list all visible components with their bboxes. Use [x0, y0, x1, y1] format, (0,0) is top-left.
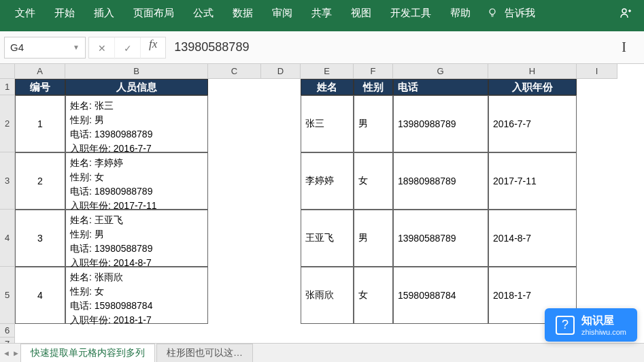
cell-H3[interactable]: 2017-7-11 [488, 152, 577, 210]
menu-view[interactable]: 视图 [341, 0, 381, 26]
row-header-1[interactable]: 1 [0, 79, 15, 95]
cell-F3[interactable]: 女 [354, 152, 393, 210]
menu-review[interactable]: 审阅 [262, 0, 302, 26]
cell-E4[interactable]: 王亚飞 [301, 210, 354, 267]
watermark-sub: zhishiwu.com [581, 328, 626, 336]
col-header-I[interactable]: I [577, 64, 617, 79]
formula-bar: G4 ▼ ✕ ✓ fx I [0, 31, 644, 64]
row-header-3[interactable]: 3 [0, 152, 15, 210]
cancel-icon[interactable]: ✕ [89, 37, 115, 59]
cell-H4[interactable]: 2014-8-7 [488, 210, 577, 267]
col-header-E[interactable]: E [301, 64, 354, 79]
cell-A2[interactable]: 1 [15, 95, 65, 152]
cell-B4[interactable]: 姓名: 王亚飞 性别: 男 电话: 13980588789 入职年份: 2014… [65, 210, 208, 267]
cell-A3[interactable]: 2 [15, 152, 65, 210]
col-header-G[interactable]: G [393, 64, 488, 79]
cell-B3[interactable]: 姓名: 李婷婷 性别: 女 电话: 18980988789 入职年份: 2017… [65, 152, 208, 210]
menu-share[interactable]: 共享 [302, 0, 341, 26]
cell-B2[interactable]: 姓名: 张三 性别: 男 电话: 13980988789 入职年份: 2016-… [65, 95, 208, 152]
confirm-icon[interactable]: ✓ [115, 37, 141, 59]
cell-F5[interactable]: 女 [354, 267, 393, 324]
cell-E3[interactable]: 李婷婷 [301, 152, 354, 210]
row-header-4[interactable]: 4 [0, 210, 15, 267]
share-user-icon[interactable] [613, 7, 639, 19]
col-header-H[interactable]: H [488, 64, 577, 79]
col-header-F[interactable]: F [354, 64, 393, 79]
formula-input[interactable] [169, 37, 619, 59]
cell-A1[interactable]: 编号 [15, 79, 65, 95]
cell-G2[interactable]: 13980988789 [393, 95, 488, 152]
chevron-down-icon[interactable]: ▼ [73, 44, 80, 51]
cell-A4[interactable]: 3 [15, 210, 65, 267]
cell-G5[interactable]: 15980988784 [393, 267, 488, 324]
spreadsheet: 1234567 ABCDEFGHI 编号人员信息姓名性别电话入职年份1姓名: 张… [0, 64, 644, 343]
lightbulb-icon [480, 7, 505, 18]
watermark-title: 知识屋 [581, 314, 626, 328]
name-box[interactable]: G4 ▼ [4, 37, 86, 59]
cell-G4[interactable]: 13980588789 [393, 210, 488, 267]
col-header-B[interactable]: B [65, 64, 208, 79]
sheet-tab-active[interactable]: 快速提取单元格内容到多列 [20, 344, 155, 362]
tab-nav-arrows[interactable]: ◄ ► [3, 349, 20, 357]
cell-G1[interactable]: 电话 [393, 79, 488, 95]
menu-formula[interactable]: 公式 [184, 0, 223, 26]
tell-me[interactable]: 告诉我 [505, 0, 545, 26]
cell-B1[interactable]: 人员信息 [65, 79, 208, 95]
cell-F4[interactable]: 男 [354, 210, 393, 267]
watermark-badge: ? 知识屋 zhishiwu.com [545, 308, 637, 342]
cell-A5[interactable]: 4 [15, 267, 65, 324]
name-box-value: G4 [10, 42, 24, 53]
select-all-corner[interactable] [0, 64, 15, 79]
cell-B5[interactable]: 姓名: 张雨欣 性别: 女 电话: 15980988784 入职年份: 2018… [65, 267, 208, 324]
menu-layout[interactable]: 页面布局 [124, 0, 184, 26]
sheet-tabs: ◄ ► 快速提取单元格内容到多列 柱形图也可以这… [0, 343, 644, 362]
ribbon-menu: 文件 开始 插入 页面布局 公式 数据 审阅 共享 视图 开发工具 帮助 告诉我 [0, 0, 644, 26]
menu-help[interactable]: 帮助 [441, 0, 480, 26]
cell-E2[interactable]: 张三 [301, 95, 354, 152]
fx-icon[interactable]: fx [141, 37, 165, 58]
svg-point-1 [622, 9, 626, 13]
row-header-2[interactable]: 2 [0, 95, 15, 152]
col-header-A[interactable]: A [15, 64, 65, 79]
menu-data[interactable]: 数据 [223, 0, 262, 26]
cell-G3[interactable]: 18980988789 [393, 152, 488, 210]
sheet-tab-2[interactable]: 柱形图也可以这… [156, 344, 253, 362]
menu-dev[interactable]: 开发工具 [381, 0, 441, 26]
menu-file[interactable]: 文件 [5, 0, 45, 26]
cell-F1[interactable]: 性别 [354, 79, 393, 95]
cell-E5[interactable]: 张雨欣 [301, 267, 354, 324]
text-cursor-icon: I [622, 39, 640, 55]
menu-insert[interactable]: 插入 [84, 0, 124, 26]
menu-home[interactable]: 开始 [45, 0, 84, 26]
cell-H2[interactable]: 2016-7-7 [488, 95, 577, 152]
cell-H1[interactable]: 入职年份 [488, 79, 577, 95]
row-header-6[interactable]: 6 [0, 324, 15, 338]
question-icon: ? [556, 316, 575, 335]
col-header-D[interactable]: D [261, 64, 301, 79]
cell-F2[interactable]: 男 [354, 95, 393, 152]
cell-E1[interactable]: 姓名 [301, 79, 354, 95]
col-header-C[interactable]: C [208, 64, 261, 79]
row-header-5[interactable]: 5 [0, 267, 15, 324]
svg-point-0 [490, 9, 495, 14]
